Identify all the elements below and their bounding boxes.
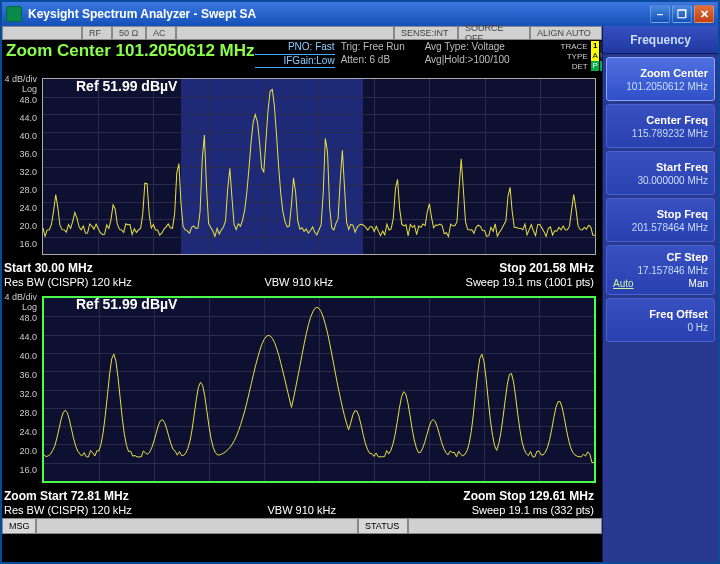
minimize-button[interactable]: – xyxy=(650,5,670,23)
softkey-label: Freq Offset xyxy=(649,308,708,320)
trig-label: Trig: Free Run xyxy=(341,41,425,54)
trace1-line xyxy=(43,79,595,257)
type-row-label: TYPE xyxy=(567,52,588,61)
atten-label: Atten: 6 dB xyxy=(341,54,425,67)
status-bar: MSG STATUS xyxy=(2,518,602,534)
softkey-stop-freq[interactable]: Stop Freq201.578464 MHz xyxy=(606,198,715,242)
plot1-resbw: Res BW (CISPR) 120 kHz xyxy=(4,276,132,288)
status-msg-area xyxy=(36,518,358,534)
plot1-vbw: VBW 910 kHz xyxy=(264,276,332,288)
status-status-area xyxy=(408,518,602,534)
main-area: RF 50 Ω AC SENSE:INT SOURCE OFF ALIGN AU… xyxy=(2,26,602,562)
hw-status-row: RF 50 Ω AC SENSE:INT SOURCE OFF ALIGN AU… xyxy=(2,26,602,40)
softkey-label: Center Freq xyxy=(646,114,708,126)
avghold-label: Avg|Hold:>100/100 xyxy=(425,54,535,67)
plot2-yaxis: 4 dB/div Log 48.0 44.0 40.0 36.0 32.0 28… xyxy=(4,294,40,483)
titlebar: Keysight Spectrum Analyzer - Swept SA – … xyxy=(2,2,718,26)
plot2-ref: Ref 51.99 dBµV xyxy=(76,296,177,312)
plot1-dbdiv: 4 dB/div xyxy=(4,74,37,84)
plot1-log: Log xyxy=(22,84,37,94)
full-span-plot[interactable]: 4 dB/div Log 48.0 44.0 40.0 36.0 32.0 28… xyxy=(4,72,600,290)
plot2-dbdiv: 4 dB/div xyxy=(4,292,37,302)
softkey-center-freq[interactable]: Center Freq115.789232 MHz xyxy=(606,104,715,148)
trace2-line xyxy=(44,298,594,485)
plot2-vbw: VBW 910 kHz xyxy=(267,504,335,516)
plot1-footer: Start 30.00 MHz Stop 201.58 MHz Res BW (… xyxy=(4,261,594,288)
app-window: Keysight Spectrum Analyzer - Swept SA – … xyxy=(0,0,720,564)
ifgain-label: IFGain:Low xyxy=(255,55,335,69)
softkey-value: 0 Hz xyxy=(687,322,708,333)
plot2-resbw: Res BW (CISPR) 120 kHz xyxy=(4,504,132,516)
softkey-auto[interactable]: Auto xyxy=(613,278,634,289)
plot1-box xyxy=(42,78,596,255)
trace-row-label: TRACE xyxy=(561,42,588,51)
hw-cell-rf[interactable]: RF xyxy=(82,26,112,40)
zoom-center-readout: Zoom Center 101.2050612 MHz xyxy=(6,41,255,61)
status-msg-label: MSG xyxy=(2,518,36,534)
softkey-zoom-center[interactable]: Zoom Center101.2050612 MHz xyxy=(606,57,715,101)
window-title: Keysight Spectrum Analyzer - Swept SA xyxy=(28,7,648,21)
plot2-sweep: Sweep 19.1 ms (332 pts) xyxy=(472,504,594,516)
softkey-value: 115.789232 MHz xyxy=(632,128,708,139)
avgtype-label: Avg Type: Voltage xyxy=(425,41,535,54)
plot1-sweep: Sweep 19.1 ms (1001 pts) xyxy=(466,276,594,288)
softkey-sidebar: Frequency Zoom Center101.2050612 MHzCent… xyxy=(602,26,718,562)
zoom-plot[interactable]: 4 dB/div Log 48.0 44.0 40.0 36.0 32.0 28… xyxy=(4,290,600,518)
hw-cell-source[interactable]: SOURCE OFF xyxy=(458,26,530,40)
hw-cell-blank xyxy=(2,26,82,40)
softkey-label: Stop Freq xyxy=(657,208,708,220)
plot2-zoom-stop: Zoom Stop 129.61 MHz xyxy=(463,489,594,503)
maximize-button[interactable]: ❐ xyxy=(672,5,692,23)
softkey-man[interactable]: Man xyxy=(689,278,708,289)
hw-cell-50ohm[interactable]: 50 Ω xyxy=(112,26,146,40)
hw-cell-ac[interactable]: AC xyxy=(146,26,176,40)
close-button[interactable]: ✕ xyxy=(694,5,714,23)
plot1-ref: Ref 51.99 dBµV xyxy=(76,78,177,94)
plot2-zoom-start: Zoom Start 72.81 MHz xyxy=(4,489,129,503)
det-row-label: DET xyxy=(572,62,588,71)
softkey-value: 17.157846 MHz xyxy=(637,265,708,276)
plot2-footer: Zoom Start 72.81 MHz Zoom Stop 129.61 MH… xyxy=(4,489,594,516)
softkey-value: 201.578464 MHz xyxy=(632,222,708,233)
status-status-label: STATUS xyxy=(358,518,408,534)
softkey-label: Zoom Center xyxy=(640,67,708,79)
softkey-start-freq[interactable]: Start Freq30.000000 MHz xyxy=(606,151,715,195)
hw-cell-align[interactable]: ALIGN AUTO xyxy=(530,26,602,40)
plot2-box xyxy=(42,296,596,483)
plot1-stop: Stop 201.58 MHz xyxy=(499,261,594,275)
hw-cell-sense[interactable]: SENSE:INT xyxy=(394,26,458,40)
softkey-freq-offset[interactable]: Freq Offset0 Hz xyxy=(606,298,715,342)
plot1-start: Start 30.00 MHz xyxy=(4,261,93,275)
plot2-log: Log xyxy=(22,302,37,312)
plot1-yaxis: 4 dB/div Log 48.0 44.0 40.0 36.0 32.0 28… xyxy=(4,76,40,255)
app-icon xyxy=(6,6,22,22)
pno-label: PNO: Fast xyxy=(255,41,335,55)
softkey-value: 101.2050612 MHz xyxy=(626,81,708,92)
measurement-header: Zoom Center 101.2050612 MHz PNO: Fast IF… xyxy=(2,40,602,72)
softkey-label: Start Freq xyxy=(656,161,708,173)
softkey-cf-step[interactable]: CF Step17.157846 MHzAutoMan xyxy=(606,245,715,295)
hw-cell-spacer xyxy=(176,26,394,40)
softkey-value: 30.000000 MHz xyxy=(637,175,708,186)
sidebar-title: Frequency xyxy=(603,26,718,54)
softkey-label: CF Step xyxy=(666,251,708,263)
